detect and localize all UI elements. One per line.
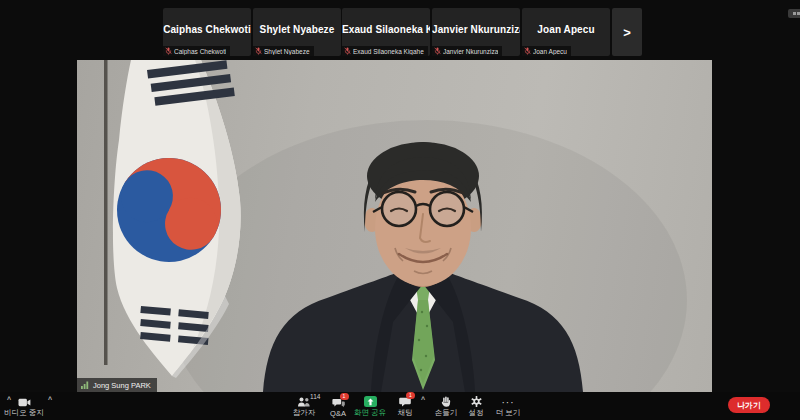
zoom-meeting-window: Caiphas Chekwoti Caiphas Chekwoti Shylet… — [0, 0, 800, 420]
participant-nametag: Janvier Nkurunziza — [432, 46, 502, 56]
filmstrip-next-button[interactable]: > — [612, 8, 642, 56]
stop-video-button[interactable]: 비디오 중지 — [2, 395, 46, 418]
speaker-scene — [77, 60, 712, 392]
participant-filmstrip: Caiphas Chekwoti Caiphas Chekwoti Shylet… — [0, 0, 800, 60]
participant-name: Exaud Silaoneka Kigahe — [342, 24, 430, 35]
leave-button[interactable]: 나가기 — [728, 397, 770, 413]
participant-tile[interactable]: Janvier Nkurunziza Janvier Nkurunziza — [432, 8, 520, 56]
participant-name: Shylet Nyabeze — [253, 24, 341, 35]
chevron-right-icon: > — [623, 25, 631, 40]
connection-signal-icon — [81, 381, 90, 389]
participant-nametag: Joan Apecu — [522, 46, 571, 56]
stop-video-label: 비디오 중지 — [4, 408, 44, 418]
muted-mic-icon — [344, 47, 351, 55]
meeting-toolbar: 음소거 ^ 비디오 중지 ^ 114 참가자 — [0, 392, 800, 420]
participant-name: Caiphas Chekwoti — [163, 24, 251, 35]
speaker-nametag: Jong Sung PARK — [77, 378, 157, 392]
participant-name: Janvier Nkurunziza — [432, 24, 520, 35]
qa-label: Q&A — [330, 409, 346, 418]
muted-mic-icon — [165, 47, 172, 55]
gear-icon — [471, 396, 482, 407]
speaker-name-label: Jong Sung PARK — [93, 381, 151, 390]
participants-icon — [297, 397, 311, 407]
flag-pole — [104, 60, 108, 365]
participant-nametag: Exaud Silaoneka Kigahe — [342, 46, 428, 56]
participant-tile[interactable]: Exaud Silaoneka Kigahe Exaud Silaoneka K… — [342, 8, 430, 56]
active-speaker-video[interactable]: Jong Sung PARK — [77, 60, 712, 392]
participants-label: 참가자 — [293, 408, 316, 418]
video-options-caret[interactable]: ^ — [48, 396, 52, 403]
participant-nametag-label: Exaud Silaoneka Kigahe — [353, 48, 424, 55]
participant-nametag-label: Joan Apecu — [533, 48, 567, 55]
share-screen-label: 화면 공유 — [354, 408, 386, 418]
muted-mic-icon — [255, 47, 262, 55]
video-camera-icon — [18, 398, 31, 407]
participant-name: Joan Apecu — [522, 24, 610, 35]
muted-mic-icon — [434, 47, 441, 55]
leave-label: 나가기 — [737, 400, 761, 411]
settings-label: 설정 — [469, 408, 484, 418]
participant-tile[interactable]: Caiphas Chekwoti Caiphas Chekwoti — [163, 8, 251, 56]
participant-nametag: Shylet Nyabeze — [253, 46, 314, 56]
participant-tile[interactable]: Joan Apecu Joan Apecu — [522, 8, 610, 56]
participant-nametag-label: Janvier Nkurunziza — [443, 48, 498, 55]
chat-label: 채팅 — [398, 408, 413, 418]
more-label: 더 보기 — [496, 408, 521, 418]
muted-mic-icon — [524, 47, 531, 55]
more-icon: ··· — [502, 399, 515, 407]
raise-hand-icon — [441, 396, 452, 407]
participant-nametag-label: Caiphas Chekwoti — [174, 48, 226, 55]
participant-tile[interactable]: Shylet Nyabeze Shylet Nyabeze — [253, 8, 341, 56]
participant-nametag-label: Shylet Nyabeze — [264, 48, 310, 55]
more-button[interactable]: ··· 더 보기 — [486, 395, 530, 418]
participant-nametag: Caiphas Chekwoti — [163, 46, 230, 56]
chat-badge: 1 — [406, 392, 415, 399]
share-screen-icon — [364, 396, 377, 407]
view-toggle-icon[interactable] — [788, 9, 800, 18]
